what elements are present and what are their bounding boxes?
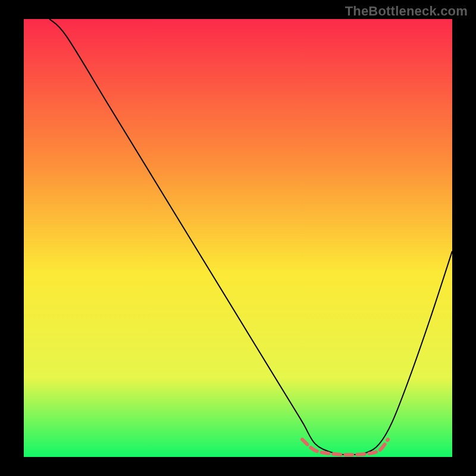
chart-frame: TheBottleneck.com bbox=[0, 0, 476, 476]
plot-background bbox=[24, 19, 452, 457]
bottleneck-chart bbox=[0, 0, 476, 476]
watermark-label: TheBottleneck.com bbox=[345, 4, 468, 19]
